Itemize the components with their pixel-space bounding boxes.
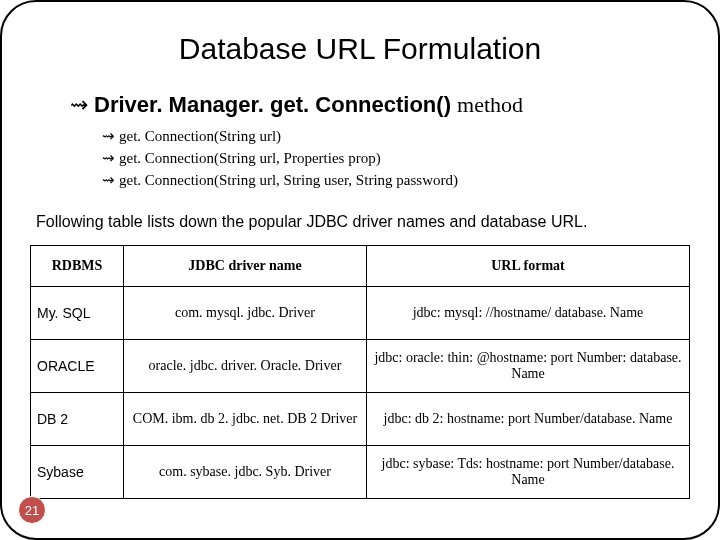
table-row: Sybase com. sybase. jdbc. Syb. Driver jd… [31,446,690,499]
sub-bullet-text: get. Connection(String url, Properties p… [119,150,381,166]
main-bullet-bold: Driver. Manager. get. Connection() [94,92,451,117]
main-bullet: ⇝Driver. Manager. get. Connection() meth… [70,92,690,118]
table-header: RDBMS [31,246,124,287]
cell-rdbms: Sybase [31,446,124,499]
cell-url: jdbc: oracle: thin: @hostname: port Numb… [367,340,690,393]
arrow-icon: ⇝ [102,128,115,144]
cell-driver: COM. ibm. db 2. jdbc. net. DB 2 Driver [124,393,367,446]
cell-url: jdbc: sybase: Tds: hostname: port Number… [367,446,690,499]
cell-driver: com. sybase. jdbc. Syb. Driver [124,446,367,499]
cell-driver: oracle. jdbc. driver. Oracle. Driver [124,340,367,393]
table-row: My. SQL com. mysql. jdbc. Driver jdbc: m… [31,287,690,340]
slide-title: Database URL Formulation [30,32,690,66]
arrow-icon: ⇝ [70,92,88,117]
body-text: Following table lists down the popular J… [36,213,684,231]
sub-bullet-text: get. Connection(String url, String user,… [119,172,458,188]
table-row: DB 2 COM. ibm. db 2. jdbc. net. DB 2 Dri… [31,393,690,446]
sub-bullet: ⇝get. Connection(String url, String user… [102,170,690,192]
table-row: ORACLE oracle. jdbc. driver. Oracle. Dri… [31,340,690,393]
cell-url: jdbc: mysql: //hostname/ database. Name [367,287,690,340]
cell-rdbms: My. SQL [31,287,124,340]
slide: Database URL Formulation ⇝Driver. Manage… [0,0,720,540]
sub-bullet-list: ⇝get. Connection(String url) ⇝get. Conne… [102,126,690,191]
arrow-icon: ⇝ [102,150,115,166]
page-number-badge: 21 [18,496,46,524]
driver-table: RDBMS JDBC driver name URL format My. SQ… [30,245,690,499]
table-header: JDBC driver name [124,246,367,287]
table-header-row: RDBMS JDBC driver name URL format [31,246,690,287]
arrow-icon: ⇝ [102,172,115,188]
main-bullet-rest: method [457,92,523,117]
sub-bullet-text: get. Connection(String url) [119,128,281,144]
cell-rdbms: DB 2 [31,393,124,446]
cell-driver: com. mysql. jdbc. Driver [124,287,367,340]
table-header: URL format [367,246,690,287]
cell-rdbms: ORACLE [31,340,124,393]
sub-bullet: ⇝get. Connection(String url, Properties … [102,148,690,170]
cell-url: jdbc: db 2: hostname: port Number/databa… [367,393,690,446]
sub-bullet: ⇝get. Connection(String url) [102,126,690,148]
